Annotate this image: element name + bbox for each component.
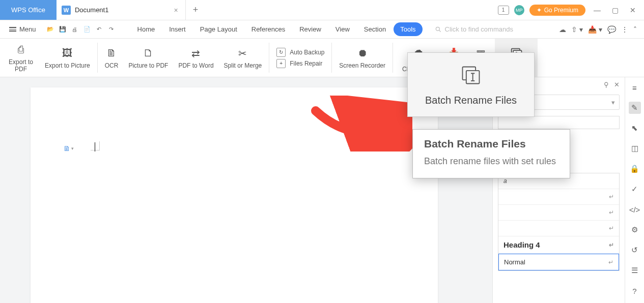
rail-hamburger-icon[interactable]: ≡	[629, 81, 641, 94]
tab-home[interactable]: Home	[131, 22, 162, 36]
premium-icon: ✦	[537, 7, 542, 14]
rail-history-icon[interactable]: ↺	[629, 244, 641, 256]
files-repair-button[interactable]: + Files Repair	[276, 59, 324, 68]
pdf-to-word-button[interactable]: ⇄ PDF to Word	[173, 39, 218, 77]
more-icon[interactable]: ⋮	[621, 25, 628, 34]
print-preview-icon[interactable]: 📄	[82, 24, 92, 35]
export-to-pdf-button[interactable]: ⎙ Export to PDF	[2, 39, 40, 77]
tab-tools[interactable]: Tools	[394, 22, 422, 36]
rail-shape-icon[interactable]: ◫	[629, 142, 641, 155]
close-tab-icon[interactable]: ×	[174, 6, 178, 14]
style-item-heading4[interactable]: Heading 4 ↵	[498, 236, 619, 254]
style-item-blank1[interactable]: ↵	[498, 189, 619, 205]
premium-label: Go Premium	[544, 7, 578, 14]
ribbon-tabs: Home Insert Page Layout References Revie…	[131, 22, 423, 36]
pic-to-pdf-label: Picture to PDF	[128, 62, 168, 69]
tab-view[interactable]: View	[329, 22, 356, 36]
svg-point-0	[436, 27, 439, 31]
save-dropdown-icon[interactable]: 📥 ▾	[588, 25, 602, 34]
export-pdf-icon: ⎙	[18, 43, 24, 56]
style-h4-label: Heading 4	[503, 240, 540, 249]
style-item-blank2[interactable]: ↵	[498, 205, 619, 221]
export-picture-icon: 🖼	[62, 47, 72, 60]
pilcrow-icon: ↵	[609, 209, 614, 216]
window-badge[interactable]: 1	[498, 6, 509, 15]
split-merge-label: Split or Merge	[224, 62, 262, 69]
minimize-button[interactable]: —	[591, 6, 604, 14]
pin-icon[interactable]: ⚲	[604, 81, 609, 88]
command-search[interactable]: Click to find commands	[435, 25, 513, 33]
svg-line-1	[439, 30, 440, 32]
document-name: Document1	[75, 6, 108, 14]
rail-help-icon[interactable]: ?	[629, 285, 641, 297]
maximize-button[interactable]: ▢	[609, 6, 622, 14]
go-premium-button[interactable]: ✦ Go Premium	[529, 5, 585, 16]
auto-backup-button[interactable]: ↻ Auto Backup	[276, 48, 324, 57]
margin-corner	[91, 141, 100, 150]
open-icon[interactable]: 📂	[45, 24, 55, 35]
rail-list-icon[interactable]: ☰	[629, 264, 641, 277]
search-placeholder: Click to find commands	[445, 25, 513, 33]
rail-code-icon[interactable]: </>	[629, 203, 641, 216]
hamburger-icon	[9, 27, 16, 32]
tab-references[interactable]: References	[245, 22, 292, 36]
document-tab[interactable]: W Document1 ×	[57, 0, 186, 20]
pdf-to-word-label: PDF to Word	[178, 62, 213, 69]
split-merge-icon: ✂	[238, 47, 247, 60]
comment-icon[interactable]: 💬	[607, 25, 616, 34]
share-icon[interactable]: ⇧ ▾	[571, 25, 583, 34]
tooltip-desc-title: Batch Rename Files	[424, 138, 558, 150]
pilcrow-icon: ↵	[609, 241, 614, 249]
rail-pencil-icon[interactable]: ✎	[629, 102, 641, 114]
app-tab[interactable]: WPS Office	[0, 0, 57, 20]
close-panel-icon[interactable]: ✕	[614, 81, 620, 88]
export-pdf-label: Export to PDF	[7, 58, 35, 73]
screen-recorder-button[interactable]: ⏺ Screen Recorder	[334, 39, 390, 77]
text-cursor	[95, 142, 95, 152]
batch-rename-large-icon	[415, 64, 527, 86]
menu-button[interactable]: Menu	[4, 23, 41, 35]
files-repair-label: Files Repair	[290, 60, 322, 67]
batch-rename-tooltip: Batch Rename Files Batch rename files wi…	[412, 129, 570, 178]
pdf-to-word-icon: ⇄	[191, 47, 200, 60]
tooltip-desc-body: Batch rename files with set rules	[424, 155, 558, 168]
tab-section[interactable]: Section	[357, 22, 393, 36]
auto-backup-icon: ↻	[276, 48, 286, 57]
tab-page-layout[interactable]: Page Layout	[193, 22, 244, 36]
rail-review-icon[interactable]: ✓	[629, 183, 641, 195]
user-avatar[interactable]: MP	[514, 5, 524, 15]
style-item-normal[interactable]: Normal ↵	[498, 254, 619, 270]
picture-to-pdf-button[interactable]: 🗋 Picture to PDF	[123, 39, 173, 77]
section-icon[interactable]: 🗎 ▾	[63, 144, 74, 153]
style-search[interactable]	[498, 116, 620, 129]
cloud-icon[interactable]: ☁	[559, 25, 566, 34]
style-normal-label: Normal	[504, 258, 525, 266]
screen-recorder-label: Screen Recorder	[339, 62, 385, 69]
new-tab-button[interactable]: +	[186, 5, 206, 15]
print-icon[interactable]: 🖨	[70, 24, 80, 35]
files-repair-icon: +	[276, 59, 286, 68]
annotation-arrow	[311, 96, 412, 152]
menu-label: Menu	[19, 25, 36, 33]
export-picture-label: Export to Picture	[45, 62, 90, 69]
redo-icon[interactable]: ↷	[106, 24, 117, 35]
auto-backup-label: Auto Backup	[290, 49, 324, 56]
export-to-picture-button[interactable]: 🖼 Export to Picture	[40, 39, 95, 77]
ocr-label: OCR	[105, 62, 119, 69]
save-icon[interactable]: 💾	[58, 24, 68, 35]
pilcrow-icon: ↵	[608, 259, 613, 266]
tab-insert[interactable]: Insert	[162, 22, 192, 36]
style-item-blank3[interactable]: ↵	[498, 221, 619, 236]
screen-recorder-icon: ⏺	[357, 47, 368, 60]
undo-icon[interactable]: ↶	[94, 24, 104, 35]
collapse-ribbon-icon[interactable]: ˄	[633, 25, 637, 34]
split-or-merge-button[interactable]: ✂ Split or Merge	[219, 39, 267, 77]
close-window-button[interactable]: ✕	[627, 6, 639, 14]
ocr-button[interactable]: 🗎 OCR	[100, 39, 124, 77]
rail-select-icon[interactable]: ⬉	[629, 122, 641, 134]
rail-lock-icon[interactable]: 🔒	[629, 163, 641, 175]
tab-review[interactable]: Review	[293, 22, 328, 36]
tooltip-title: Batch Rename Files	[415, 95, 527, 106]
rail-settings-icon[interactable]: ⚙	[629, 224, 641, 236]
batch-rename-hover-card: Batch Rename Files	[407, 52, 535, 117]
